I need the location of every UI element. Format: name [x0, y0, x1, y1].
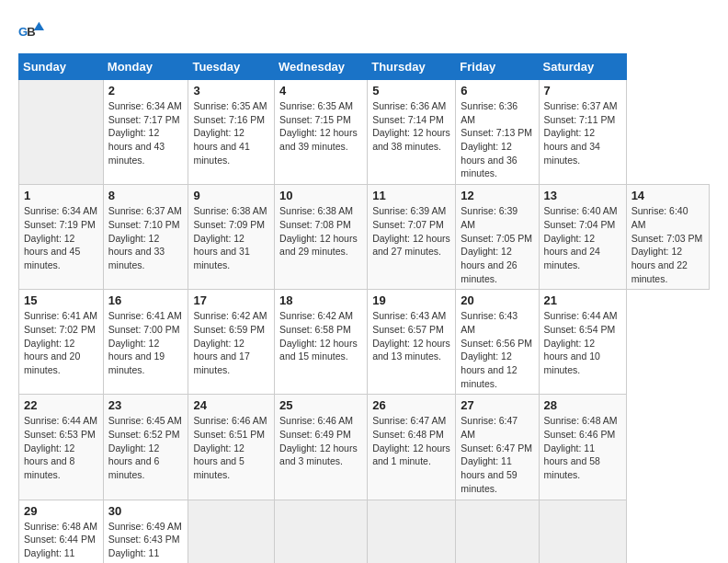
day-info: Sunrise: 6:44 AM Sunset: 6:53 PM Dayligh… [24, 414, 98, 481]
day-info: Sunrise: 6:36 AM Sunset: 7:13 PM Dayligh… [461, 99, 533, 180]
day-info: Sunrise: 6:37 AM Sunset: 7:11 PM Dayligh… [544, 99, 621, 167]
day-number: 15 [24, 293, 98, 307]
table-row: 2Sunrise: 6:34 AM Sunset: 7:17 PM Daylig… [103, 80, 188, 185]
header-row: SundayMondayTuesdayWednesdayThursdayFrid… [19, 54, 710, 80]
table-row: 20Sunrise: 6:43 AM Sunset: 6:56 PM Dayli… [456, 290, 539, 395]
table-row: 7Sunrise: 6:37 AM Sunset: 7:11 PM Daylig… [539, 80, 626, 185]
column-header-monday: Monday [103, 54, 188, 80]
day-number: 8 [108, 189, 184, 202]
day-info: Sunrise: 6:43 AM Sunset: 6:57 PM Dayligh… [372, 309, 450, 363]
table-row: 21Sunrise: 6:44 AM Sunset: 6:54 PM Dayli… [539, 290, 626, 395]
day-info: Sunrise: 6:47 AM Sunset: 6:47 PM Dayligh… [461, 414, 533, 495]
table-row: 1Sunrise: 6:34 AM Sunset: 7:19 PM Daylig… [19, 185, 104, 290]
table-row [368, 500, 456, 563]
week-row-3: 15Sunrise: 6:41 AM Sunset: 7:02 PM Dayli… [19, 290, 710, 395]
column-header-tuesday: Tuesday [188, 54, 275, 80]
day-number: 25 [279, 398, 362, 412]
day-info: Sunrise: 6:46 AM Sunset: 6:51 PM Dayligh… [193, 414, 269, 481]
day-info: Sunrise: 6:34 AM Sunset: 7:17 PM Dayligh… [108, 99, 184, 167]
day-number: 30 [108, 504, 184, 518]
table-row [456, 500, 539, 563]
day-info: Sunrise: 6:44 AM Sunset: 6:54 PM Dayligh… [544, 309, 621, 376]
day-info: Sunrise: 6:38 AM Sunset: 7:08 PM Dayligh… [279, 204, 362, 259]
table-row: 9Sunrise: 6:38 AM Sunset: 7:09 PM Daylig… [188, 185, 275, 290]
day-info: Sunrise: 6:41 AM Sunset: 7:02 PM Dayligh… [24, 309, 98, 376]
table-row: 11Sunrise: 6:39 AM Sunset: 7:07 PM Dayli… [368, 185, 456, 290]
day-info: Sunrise: 6:45 AM Sunset: 6:52 PM Dayligh… [108, 414, 184, 481]
table-row: 27Sunrise: 6:47 AM Sunset: 6:47 PM Dayli… [456, 395, 539, 500]
column-header-friday: Friday [456, 54, 539, 80]
table-row: 28Sunrise: 6:48 AM Sunset: 6:46 PM Dayli… [539, 395, 626, 500]
column-header-saturday: Saturday [539, 54, 626, 80]
day-number: 23 [108, 398, 184, 412]
day-number: 18 [279, 293, 362, 307]
calendar-table: SundayMondayTuesdayWednesdayThursdayFrid… [18, 53, 710, 563]
table-row: 26Sunrise: 6:47 AM Sunset: 6:48 PM Dayli… [368, 395, 456, 500]
day-number: 29 [24, 504, 98, 518]
table-row [275, 500, 368, 563]
table-row: 8Sunrise: 6:37 AM Sunset: 7:10 PM Daylig… [103, 185, 188, 290]
day-number: 1 [24, 189, 98, 202]
week-row-1: 2Sunrise: 6:34 AM Sunset: 7:17 PM Daylig… [19, 80, 710, 185]
table-row: 6Sunrise: 6:36 AM Sunset: 7:13 PM Daylig… [456, 80, 539, 185]
day-number: 24 [193, 398, 269, 412]
week-row-4: 22Sunrise: 6:44 AM Sunset: 6:53 PM Dayli… [19, 395, 710, 500]
day-info: Sunrise: 6:42 AM Sunset: 6:58 PM Dayligh… [279, 309, 362, 363]
day-number: 6 [461, 84, 533, 98]
table-row: 29Sunrise: 6:48 AM Sunset: 6:44 PM Dayli… [19, 500, 104, 563]
day-info: Sunrise: 6:35 AM Sunset: 7:16 PM Dayligh… [193, 99, 269, 167]
table-row [188, 500, 275, 563]
table-row: 16Sunrise: 6:41 AM Sunset: 7:00 PM Dayli… [103, 290, 188, 395]
day-number: 16 [108, 293, 184, 307]
day-info: Sunrise: 6:43 AM Sunset: 6:56 PM Dayligh… [461, 309, 533, 390]
column-header-thursday: Thursday [368, 54, 456, 80]
day-number: 20 [461, 293, 533, 307]
table-row: 12Sunrise: 6:39 AM Sunset: 7:05 PM Dayli… [456, 185, 539, 290]
day-number: 11 [372, 189, 450, 202]
day-info: Sunrise: 6:47 AM Sunset: 6:48 PM Dayligh… [372, 414, 450, 468]
day-number: 27 [461, 398, 533, 412]
day-info: Sunrise: 6:38 AM Sunset: 7:09 PM Dayligh… [193, 204, 269, 271]
day-number: 28 [544, 398, 621, 412]
week-row-2: 1Sunrise: 6:34 AM Sunset: 7:19 PM Daylig… [19, 185, 710, 290]
day-info: Sunrise: 6:49 AM Sunset: 6:43 PM Dayligh… [108, 520, 184, 564]
table-row: 17Sunrise: 6:42 AM Sunset: 6:59 PM Dayli… [188, 290, 275, 395]
table-row: 5Sunrise: 6:36 AM Sunset: 7:14 PM Daylig… [368, 80, 456, 185]
day-info: Sunrise: 6:34 AM Sunset: 7:19 PM Dayligh… [24, 204, 98, 271]
day-info: Sunrise: 6:41 AM Sunset: 7:00 PM Dayligh… [108, 309, 184, 376]
logo: G B [18, 18, 50, 44]
day-number: 12 [461, 189, 533, 202]
day-info: Sunrise: 6:40 AM Sunset: 7:04 PM Dayligh… [544, 204, 621, 271]
column-header-wednesday: Wednesday [275, 54, 368, 80]
day-number: 22 [24, 398, 98, 412]
day-info: Sunrise: 6:39 AM Sunset: 7:07 PM Dayligh… [372, 204, 450, 259]
day-number: 3 [193, 84, 269, 98]
column-header-sunday: Sunday [19, 54, 104, 80]
day-number: 5 [372, 84, 450, 98]
day-number: 9 [193, 189, 269, 202]
day-info: Sunrise: 6:46 AM Sunset: 6:49 PM Dayligh… [279, 414, 362, 468]
week-row-5: 29Sunrise: 6:48 AM Sunset: 6:44 PM Dayli… [19, 500, 710, 563]
table-row [19, 80, 104, 185]
day-number: 10 [279, 189, 362, 202]
day-number: 13 [544, 189, 621, 202]
day-info: Sunrise: 6:39 AM Sunset: 7:05 PM Dayligh… [461, 204, 533, 285]
table-row: 24Sunrise: 6:46 AM Sunset: 6:51 PM Dayli… [188, 395, 275, 500]
logo-icon: G B [18, 18, 44, 44]
day-number: 19 [372, 293, 450, 307]
table-row: 4Sunrise: 6:35 AM Sunset: 7:15 PM Daylig… [275, 80, 368, 185]
day-number: 4 [279, 84, 362, 98]
table-row: 18Sunrise: 6:42 AM Sunset: 6:58 PM Dayli… [275, 290, 368, 395]
day-number: 21 [544, 293, 621, 307]
day-number: 2 [108, 84, 184, 98]
page-header: G B [18, 18, 710, 44]
table-row: 23Sunrise: 6:45 AM Sunset: 6:52 PM Dayli… [103, 395, 188, 500]
table-row [539, 500, 626, 563]
day-number: 17 [193, 293, 269, 307]
day-info: Sunrise: 6:36 AM Sunset: 7:14 PM Dayligh… [372, 99, 450, 154]
table-row: 19Sunrise: 6:43 AM Sunset: 6:57 PM Dayli… [368, 290, 456, 395]
day-number: 26 [372, 398, 450, 412]
svg-text:B: B [27, 25, 35, 39]
day-info: Sunrise: 6:37 AM Sunset: 7:10 PM Dayligh… [108, 204, 184, 271]
table-row: 13Sunrise: 6:40 AM Sunset: 7:04 PM Dayli… [539, 185, 626, 290]
